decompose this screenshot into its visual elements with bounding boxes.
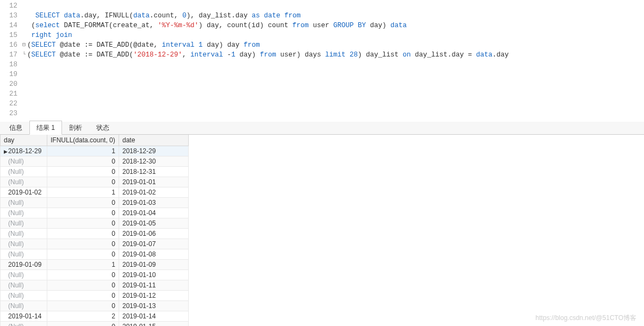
cell-date[interactable]: 2019-01-07 <box>119 239 189 249</box>
table-row[interactable]: (Null)02019-01-01 <box>1 177 189 187</box>
fold-icon[interactable]: └ <box>21 50 27 60</box>
cell-count[interactable]: 0 <box>47 280 119 291</box>
cell-day[interactable]: (Null) <box>1 218 47 229</box>
fold-icon[interactable]: ⊟ <box>21 40 27 50</box>
table-row[interactable]: (Null)02019-01-05 <box>1 218 189 229</box>
cell-day[interactable]: 2019-01-14 <box>1 311 47 322</box>
code-text[interactable] <box>27 99 644 109</box>
cell-date[interactable]: 2019-01-02 <box>119 187 189 198</box>
cell-date[interactable]: 2019-01-05 <box>119 218 189 229</box>
cell-count[interactable]: 0 <box>47 229 119 239</box>
cell-day[interactable]: (Null) <box>1 291 47 301</box>
table-row[interactable]: (Null)02019-01-10 <box>1 270 189 280</box>
cell-date[interactable]: 2019-01-10 <box>119 270 189 280</box>
code-text[interactable] <box>27 89 644 99</box>
cell-day[interactable]: (Null) <box>1 301 47 311</box>
code-line[interactable]: 22 <box>0 99 644 109</box>
code-line[interactable]: 16⊟(SELECT @date := DATE_ADD(@date, inte… <box>0 40 644 50</box>
code-text[interactable]: SELECT data.day, IFNULL(data.count, 0), … <box>27 11 644 21</box>
table-row[interactable]: (Null)02019-01-07 <box>1 239 189 249</box>
tab-信息[interactable]: 信息 <box>2 121 29 134</box>
result-grid[interactable]: dayIFNULL(data.count, 0)date ▶2018-12-29… <box>0 135 189 326</box>
cell-day[interactable]: (Null) <box>1 270 47 280</box>
tab-状态[interactable]: 状态 <box>89 121 116 134</box>
table-row[interactable]: (Null)02019-01-11 <box>1 280 189 291</box>
cell-count[interactable]: 0 <box>47 239 119 249</box>
code-line[interactable]: 20 <box>0 79 644 89</box>
cell-count[interactable]: 0 <box>47 167 119 177</box>
code-text[interactable]: right join <box>27 30 644 40</box>
table-row[interactable]: ▶2018-12-2912018-12-29 <box>1 146 189 156</box>
code-line[interactable]: 21 <box>0 89 644 99</box>
code-text[interactable]: (select DATE_FORMAT(create_at, '%Y-%m-%d… <box>27 21 644 30</box>
table-row[interactable]: (Null)02019-01-04 <box>1 208 189 218</box>
cell-count[interactable]: 0 <box>47 270 119 280</box>
cell-day[interactable]: (Null) <box>1 322 47 327</box>
cell-count[interactable]: 0 <box>47 177 119 187</box>
cell-date[interactable]: 2019-01-14 <box>119 311 189 322</box>
cell-count[interactable]: 2 <box>47 311 119 322</box>
code-text[interactable] <box>27 1 644 11</box>
cell-day[interactable]: 2019-01-02 <box>1 187 47 198</box>
column-header[interactable]: IFNULL(data.count, 0) <box>47 135 119 146</box>
table-row[interactable]: (Null)02019-01-08 <box>1 249 189 260</box>
code-text[interactable] <box>27 70 644 79</box>
table-row[interactable]: 2019-01-0212019-01-02 <box>1 187 189 198</box>
cell-date[interactable]: 2018-12-30 <box>119 156 189 167</box>
code-line[interactable]: 18 <box>0 60 644 70</box>
cell-day[interactable]: (Null) <box>1 167 47 177</box>
table-row[interactable]: 2019-01-1422019-01-14 <box>1 311 189 322</box>
code-line[interactable]: 13 SELECT data.day, IFNULL(data.count, 0… <box>0 11 644 21</box>
cell-date[interactable]: 2018-12-29 <box>119 146 189 156</box>
cell-date[interactable]: 2019-01-12 <box>119 291 189 301</box>
table-row[interactable]: 2019-01-0912019-01-09 <box>1 260 189 270</box>
cell-date[interactable]: 2019-01-15 <box>119 322 189 327</box>
cell-day[interactable]: 2019-01-09 <box>1 260 47 270</box>
cell-date[interactable]: 2019-01-01 <box>119 177 189 187</box>
cell-date[interactable]: 2019-01-06 <box>119 229 189 239</box>
tab-结果 1[interactable]: 结果 1 <box>29 121 62 135</box>
table-row[interactable]: (Null)02019-01-12 <box>1 291 189 301</box>
column-header[interactable]: day <box>1 135 47 146</box>
cell-day[interactable]: (Null) <box>1 208 47 218</box>
code-line[interactable]: 14 (select DATE_FORMAT(create_at, '%Y-%m… <box>0 21 644 30</box>
cell-day[interactable]: (Null) <box>1 198 47 208</box>
cell-day[interactable]: (Null) <box>1 156 47 167</box>
code-text[interactable] <box>27 79 644 89</box>
cell-date[interactable]: 2018-12-31 <box>119 167 189 177</box>
tab-剖析[interactable]: 剖析 <box>62 121 89 134</box>
cell-count[interactable]: 1 <box>47 187 119 198</box>
cell-count[interactable]: 0 <box>47 301 119 311</box>
table-row[interactable]: (Null)02019-01-15 <box>1 322 189 327</box>
cell-count[interactable]: 1 <box>47 146 119 156</box>
code-text[interactable]: (SELECT @date := DATE_ADD(@date, interva… <box>27 40 644 50</box>
cell-day[interactable]: ▶2018-12-29 <box>1 146 47 156</box>
cell-day[interactable]: (Null) <box>1 229 47 239</box>
cell-day[interactable]: (Null) <box>1 177 47 187</box>
cell-count[interactable]: 0 <box>47 218 119 229</box>
table-row[interactable]: (Null)02019-01-13 <box>1 301 189 311</box>
code-line[interactable]: 23 <box>0 109 644 118</box>
sql-editor[interactable]: 1213 SELECT data.day, IFNULL(data.count,… <box>0 0 644 122</box>
cell-count[interactable]: 0 <box>47 322 119 327</box>
cell-day[interactable]: (Null) <box>1 280 47 291</box>
code-text[interactable]: (SELECT @date := DATE_ADD('2018-12-29', … <box>27 50 644 60</box>
column-header[interactable]: date <box>119 135 189 146</box>
code-line[interactable]: 12 <box>0 1 644 11</box>
cell-date[interactable]: 2019-01-03 <box>119 198 189 208</box>
cell-date[interactable]: 2019-01-13 <box>119 301 189 311</box>
table-row[interactable]: (Null)02018-12-31 <box>1 167 189 177</box>
cell-day[interactable]: (Null) <box>1 249 47 260</box>
code-line[interactable]: 17└(SELECT @date := DATE_ADD('2018-12-29… <box>0 50 644 60</box>
table-row[interactable]: (Null)02018-12-30 <box>1 156 189 167</box>
cell-count[interactable]: 0 <box>47 291 119 301</box>
cell-count[interactable]: 0 <box>47 208 119 218</box>
cell-day[interactable]: (Null) <box>1 239 47 249</box>
cell-count[interactable]: 0 <box>47 198 119 208</box>
table-row[interactable]: (Null)02019-01-03 <box>1 198 189 208</box>
table-row[interactable]: (Null)02019-01-06 <box>1 229 189 239</box>
cell-date[interactable]: 2019-01-08 <box>119 249 189 260</box>
cell-count[interactable]: 0 <box>47 249 119 260</box>
cell-date[interactable]: 2019-01-11 <box>119 280 189 291</box>
code-text[interactable] <box>27 60 644 70</box>
